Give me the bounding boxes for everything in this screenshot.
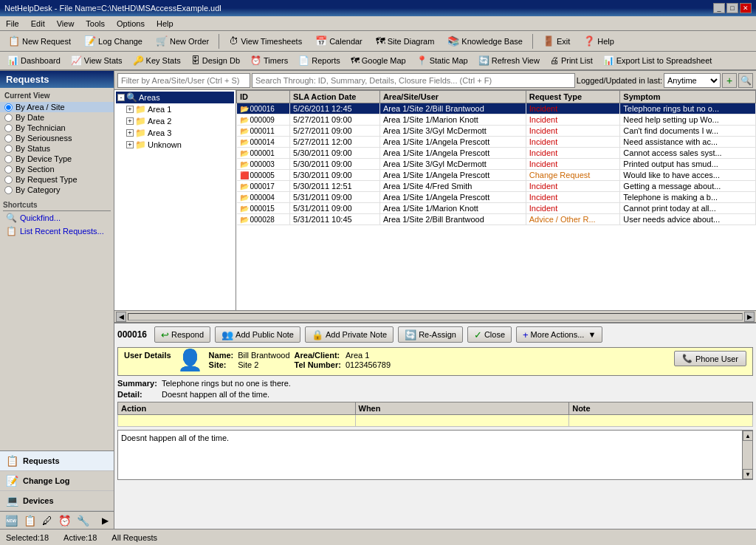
table-row[interactable]: 📂000003 5/30/2011 09:00 Area 1/Site 3/Gy… — [237, 159, 756, 170]
table-row[interactable]: 🟥000005 5/30/2011 09:00 Area 1/Site 1/An… — [237, 170, 756, 181]
notes-scroll-down[interactable]: ▼ — [743, 469, 753, 479]
expand-area1-icon[interactable]: + — [126, 106, 134, 113]
exit-button[interactable]: 🚪 Exit — [537, 33, 575, 49]
settings-tool-btn[interactable]: 🔧 — [75, 514, 92, 527]
copy-tool-btn[interactable]: 📋 — [21, 514, 38, 527]
radio-by-status[interactable]: By Status — [0, 143, 114, 154]
tree-item-area1[interactable]: + 📁 Area 1 — [125, 103, 234, 115]
menu-file[interactable]: File — [3, 18, 22, 29]
detail-label: Detail: — [117, 390, 162, 399]
cell-symptom: Need assistance with ac... — [620, 137, 756, 148]
expand-areas-icon[interactable]: - — [117, 94, 125, 101]
radio-by-device[interactable]: By Device Type — [0, 154, 114, 164]
table-row[interactable]: 📂000016 5/26/2011 12:45 Area 1/Site 2/Bi… — [237, 103, 756, 114]
nav-change-log[interactable]: 📝 Change Log — [0, 471, 114, 491]
table-row[interactable]: 📂000017 5/30/2011 12:51 Area 1/Site 4/Fr… — [237, 181, 756, 192]
logged-select[interactable]: Anytime Today This Week This Month — [664, 73, 721, 88]
selected-count: Selected:18 — [6, 533, 49, 542]
tree-item-area2[interactable]: + 📁 Area 2 — [125, 115, 234, 127]
filter-search-button[interactable]: 🔍 — [738, 73, 753, 88]
expand-area2-icon[interactable]: + — [126, 117, 134, 125]
table-row[interactable]: 📂000001 5/30/2011 09:00 Area 1/Site 1/An… — [237, 148, 756, 159]
phone-user-button[interactable]: 📞 Phone User — [674, 351, 746, 366]
table-row[interactable]: 📂000004 5/31/2011 09:00 Area 1/Site 1/An… — [237, 192, 756, 203]
menu-edit[interactable]: Edit — [28, 18, 48, 29]
respond-button[interactable]: ↩ Respond — [154, 326, 210, 343]
menu-tools[interactable]: Tools — [83, 18, 108, 29]
close-btn[interactable]: ✕ — [740, 3, 752, 13]
table-row[interactable]: 📂000028 5/31/2011 10:45 Area 1/Site 2/Bi… — [237, 214, 756, 225]
scroll-controls: ◀ ▶ — [114, 310, 756, 322]
cell-symptom: Printed output has smud... — [620, 159, 756, 170]
knowledge-base-button[interactable]: 📚 Knowledge Base — [442, 33, 528, 49]
view-timesheets-button[interactable]: ⏱ View Timesheets — [224, 33, 307, 49]
new-tool-btn[interactable]: 🆕 — [3, 514, 20, 527]
site-diagram-button[interactable]: 🗺 Site Diagram — [371, 33, 440, 49]
window-controls[interactable]: _ □ ✕ — [713, 3, 752, 13]
table-header-row: ID SLA Action Date Area/Site/User Reques… — [237, 91, 756, 103]
radio-by-area[interactable]: By Area / Site — [0, 102, 114, 112]
col-area[interactable]: Area/Site/User — [379, 91, 526, 103]
filter-add-button[interactable]: + — [722, 73, 737, 88]
log-change-button[interactable]: 📝 Log Change — [79, 33, 148, 49]
nav-devices[interactable]: 💻 Devices — [0, 491, 114, 511]
design-db-button[interactable]: 🗄 Design Db — [187, 53, 244, 68]
refresh-view-button[interactable]: 🔄 Refresh View — [474, 53, 544, 68]
col-sla[interactable]: SLA Action Date — [290, 91, 380, 103]
radio-by-section[interactable]: By Section — [0, 164, 114, 174]
new-order-button[interactable]: 🛒 New Order — [151, 33, 214, 49]
col-symptom[interactable]: Symptom — [620, 91, 756, 103]
new-request-button[interactable]: 📋 New Request — [3, 33, 76, 49]
table-row[interactable]: 📂000014 5/27/2011 12:00 Area 1/Site 1/An… — [237, 137, 756, 148]
table-row[interactable]: 📂000009 5/27/2011 09:00 Area 1/Site 1/Ma… — [237, 114, 756, 126]
minimize-btn[interactable]: _ — [713, 3, 725, 13]
calendar-button[interactable]: 📅 Calendar — [310, 33, 368, 49]
notes-scroll-up[interactable]: ▲ — [743, 431, 753, 441]
table-row[interactable]: 📂000011 5/27/2011 09:00 Area 1/Site 3/Gy… — [237, 126, 756, 137]
scroll-right-btn[interactable]: ▶ — [744, 312, 755, 322]
dashboard-button[interactable]: 📊 Dashboard — [3, 53, 65, 68]
tree-item-unknown[interactable]: + 📁 Unknown — [125, 139, 234, 151]
add-public-note-button[interactable]: 👥 Add Public Note — [215, 326, 300, 343]
radio-by-date[interactable]: By Date — [0, 112, 114, 123]
key-stats-button[interactable]: 🔑 Key Stats — [128, 53, 185, 68]
col-type[interactable]: Request Type — [526, 91, 620, 103]
tree-item-areas[interactable]: - 🔍 Areas — [116, 92, 234, 103]
recent-requests-shortcut[interactable]: 📋 List Recent Requests... — [3, 224, 111, 238]
reports-button[interactable]: 📄 Reports — [294, 53, 345, 68]
more-actions-button[interactable]: + More Actions... ▼ — [516, 326, 602, 343]
reassign-button[interactable]: 🔄 Re-Assign — [398, 326, 463, 343]
expand-area3-icon[interactable]: + — [126, 129, 134, 137]
menu-options[interactable]: Options — [114, 18, 148, 29]
radio-by-technician[interactable]: By Technician — [0, 123, 114, 133]
cell-symptom: Getting a message about... — [620, 181, 756, 192]
timer-tool-btn[interactable]: ⏰ — [56, 514, 73, 527]
search-input[interactable] — [252, 73, 575, 88]
print-list-button[interactable]: 🖨 Print List — [546, 53, 597, 68]
view-stats-button[interactable]: 📈 View Stats — [66, 53, 127, 68]
notes-scrollbar[interactable]: ▲ ▼ — [742, 431, 752, 479]
nav-requests[interactable]: 📋 Requests — [0, 451, 114, 471]
radio-by-category[interactable]: By Category — [0, 185, 114, 195]
col-id[interactable]: ID — [237, 91, 290, 103]
export-spreadsheet-button[interactable]: 📊 Export List to Spreadsheet — [599, 53, 717, 68]
google-map-button[interactable]: 🗺 Google Map — [346, 53, 410, 68]
close-button[interactable]: ✓ Close — [467, 326, 512, 343]
add-private-note-button[interactable]: 🔒 Add Private Note — [305, 326, 394, 343]
static-map-button[interactable]: 📍 Static Map — [412, 53, 472, 68]
filter-input[interactable] — [117, 73, 250, 88]
timers-button[interactable]: ⏰ Timers — [246, 53, 292, 68]
radio-by-request-type[interactable]: By Request Type — [0, 174, 114, 185]
help-button[interactable]: ❓ Help — [578, 33, 619, 49]
radio-by-seriousness[interactable]: By Seriousness — [0, 133, 114, 143]
edit-tool-btn[interactable]: 🖊 — [40, 514, 55, 527]
expand-btn[interactable]: ▶ — [100, 515, 111, 527]
menu-view[interactable]: View — [54, 18, 78, 29]
expand-unknown-icon[interactable]: + — [126, 141, 134, 148]
quickfind-shortcut[interactable]: 🔍 Quickfind... — [3, 211, 111, 224]
menu-help[interactable]: Help — [154, 18, 176, 29]
scroll-left-btn[interactable]: ◀ — [116, 312, 126, 322]
maximize-btn[interactable]: □ — [726, 3, 738, 13]
table-row[interactable]: 📂000015 5/31/2011 09:00 Area 1/Site 1/Ma… — [237, 203, 756, 214]
tree-item-area3[interactable]: + 📁 Area 3 — [125, 127, 234, 139]
